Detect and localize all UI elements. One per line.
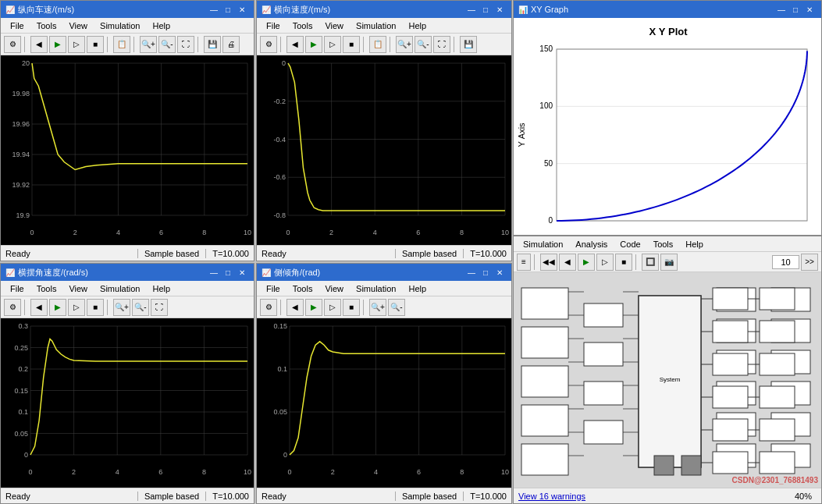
menu-simulation[interactable]: Simulation <box>517 238 569 250</box>
maximize-button[interactable]: □ <box>221 266 235 279</box>
yaw-title: 横摆角速度/(rad/s) <box>18 267 207 279</box>
lateral-velocity-window: 📈 横向速度/(m/s) — □ ✕ File Tools View Simul… <box>256 0 512 261</box>
props-btn[interactable]: 📋 <box>113 36 130 53</box>
close-button[interactable]: ✕ <box>493 266 507 279</box>
status-sample: Sample based <box>395 249 464 258</box>
close-button[interactable]: ✕ <box>493 3 507 16</box>
longitudinal-toolbar: ⚙ ◀ ▶ ▷ ■ 📋 🔍+ 🔍- ⛶ 💾 🖨 <box>1 34 254 55</box>
menu-tools[interactable]: Tools <box>647 238 680 250</box>
save-btn[interactable]: 💾 <box>460 36 477 53</box>
zoom-out-btn[interactable]: 🔍- <box>415 36 432 53</box>
menu-code[interactable]: Code <box>614 238 646 250</box>
sim-expand[interactable]: >> <box>801 254 818 271</box>
close-button[interactable]: ✕ <box>802 3 817 16</box>
play-btn[interactable]: ▶ <box>305 36 322 53</box>
warnings-link[interactable]: View 16 warnings <box>518 492 585 501</box>
menu-help[interactable]: Help <box>146 20 176 32</box>
menu-help[interactable]: Help <box>146 282 176 295</box>
scope-icon: 📈 <box>262 5 271 14</box>
sim-stop[interactable]: ■ <box>615 254 632 271</box>
status-sample: Sample based <box>137 492 206 501</box>
sim-btn2[interactable]: ◀◀ <box>540 254 557 271</box>
back-btn[interactable]: ◀ <box>286 299 304 316</box>
stop-btn[interactable]: ■ <box>343 299 360 316</box>
menu-tools[interactable]: Tools <box>30 282 63 295</box>
longitudinal-menubar: File Tools View Simulation Help <box>1 18 254 34</box>
stop-btn[interactable]: ■ <box>343 36 360 53</box>
step-fwd-btn[interactable]: ▷ <box>68 299 85 316</box>
settings-btn[interactable]: ⚙ <box>260 299 277 316</box>
sim-play[interactable]: ▶ <box>578 254 595 271</box>
menu-file[interactable]: File <box>260 282 286 295</box>
zoom-out-btn[interactable]: 🔍- <box>132 299 149 316</box>
menu-simulation[interactable]: Simulation <box>350 20 402 32</box>
menu-help[interactable]: Help <box>402 20 432 32</box>
play-btn[interactable]: ▶ <box>305 299 322 316</box>
menu-analysis[interactable]: Analysis <box>569 238 614 250</box>
zoom-in-btn[interactable]: 🔍+ <box>113 299 130 316</box>
menu-simulation[interactable]: Simulation <box>94 20 146 32</box>
zoom-out-btn[interactable]: 🔍- <box>158 36 176 53</box>
step-fwd-btn[interactable]: ▷ <box>324 36 341 53</box>
simulink-menubar: Simulation Analysis Code Tools Help <box>514 236 821 252</box>
maximize-button[interactable]: □ <box>479 3 493 16</box>
stop-btn[interactable]: ■ <box>87 36 104 53</box>
minimize-button[interactable]: — <box>464 266 479 279</box>
lateral-plot <box>257 55 511 245</box>
close-button[interactable]: ✕ <box>235 266 249 279</box>
step-fwd-btn[interactable]: ▷ <box>324 299 341 316</box>
menu-tools[interactable]: Tools <box>286 282 319 295</box>
minimize-button[interactable]: — <box>464 3 479 16</box>
xy-plot <box>514 18 821 235</box>
settings-btn[interactable]: ⚙ <box>4 299 21 316</box>
menu-file[interactable]: File <box>4 282 30 295</box>
play-btn[interactable]: ▶ <box>49 299 66 316</box>
sim-record2[interactable]: 📷 <box>660 254 678 271</box>
print-btn[interactable]: 🖨 <box>222 36 240 53</box>
menu-tools[interactable]: Tools <box>30 20 63 32</box>
sim-btn1[interactable]: ≡ <box>517 254 531 271</box>
minimize-button[interactable]: — <box>774 3 788 16</box>
menu-view[interactable]: View <box>318 20 350 32</box>
separator <box>280 37 283 52</box>
close-button[interactable]: ✕ <box>235 3 249 16</box>
fit-btn[interactable]: ⛶ <box>177 36 194 53</box>
menu-simulation[interactable]: Simulation <box>350 282 402 295</box>
menu-help[interactable]: Help <box>679 238 710 250</box>
minimize-button[interactable]: — <box>207 3 221 16</box>
menu-help[interactable]: Help <box>402 282 432 295</box>
menu-tools[interactable]: Tools <box>286 20 319 32</box>
menu-view[interactable]: View <box>62 282 94 295</box>
roll-menubar: File Tools View Simulation Help <box>257 281 511 296</box>
step-fwd-btn[interactable]: ▷ <box>68 36 85 53</box>
maximize-button[interactable]: □ <box>221 3 235 16</box>
fit-btn[interactable]: ⛶ <box>151 299 168 316</box>
sim-time-input[interactable] <box>772 255 799 269</box>
fit-btn[interactable]: ⛶ <box>433 36 450 53</box>
yaw-statusbar: Ready Sample based T=10.000 <box>1 488 254 503</box>
maximize-button[interactable]: □ <box>788 3 802 16</box>
props-btn[interactable]: 📋 <box>369 36 386 53</box>
stop-btn[interactable]: ■ <box>87 299 104 316</box>
menu-simulation[interactable]: Simulation <box>94 282 146 295</box>
sim-step[interactable]: ▷ <box>596 254 614 271</box>
minimize-button[interactable]: — <box>207 266 221 279</box>
settings-btn[interactable]: ⚙ <box>260 36 277 53</box>
menu-file[interactable]: File <box>4 20 30 32</box>
back-btn[interactable]: ◀ <box>30 36 48 53</box>
back-btn[interactable]: ◀ <box>286 36 304 53</box>
settings-btn[interactable]: ⚙ <box>4 36 21 53</box>
sim-record[interactable]: 🔲 <box>642 254 659 271</box>
sim-btn3[interactable]: ◀ <box>559 254 576 271</box>
menu-file[interactable]: File <box>260 20 286 32</box>
back-btn[interactable]: ◀ <box>30 299 48 316</box>
menu-view[interactable]: View <box>318 282 350 295</box>
menu-view[interactable]: View <box>62 20 94 32</box>
maximize-button[interactable]: □ <box>479 266 493 279</box>
save-btn[interactable]: 💾 <box>204 36 221 53</box>
zoom-in-btn[interactable]: 🔍+ <box>396 36 413 53</box>
zoom-out-btn[interactable]: 🔍- <box>388 299 405 316</box>
play-btn[interactable]: ▶ <box>49 36 66 53</box>
zoom-in-btn[interactable]: 🔍+ <box>369 299 386 316</box>
zoom-in-btn[interactable]: 🔍+ <box>140 36 157 53</box>
